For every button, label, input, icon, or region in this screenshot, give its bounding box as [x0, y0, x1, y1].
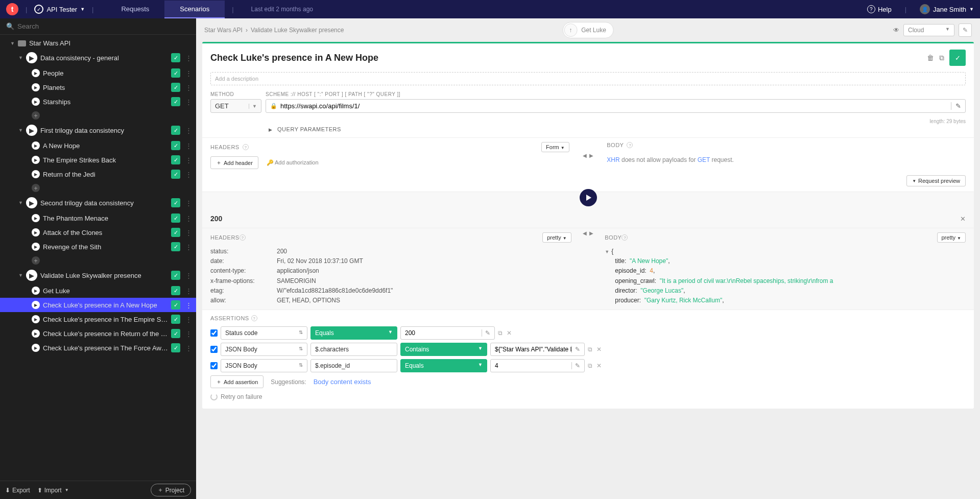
play-icon[interactable]: ▶ [32, 83, 40, 91]
save-button[interactable]: ✓ [949, 50, 966, 66]
collapse-toggle[interactable]: ◀ ▶ [580, 142, 597, 169]
more-icon[interactable]: ⋮ [185, 330, 192, 338]
remove-icon[interactable]: ✕ [596, 346, 602, 353]
play-icon[interactable]: ▶ [32, 301, 40, 309]
add-header-button[interactable]: ＋Add header [210, 156, 258, 169]
assertion-path-input[interactable]: $.episode_id [310, 359, 397, 372]
add-item-button[interactable]: ＋ [0, 254, 196, 267]
assertion-enable-checkbox[interactable] [210, 346, 218, 353]
more-icon[interactable]: ⋮ [185, 344, 192, 352]
assertion-source-select[interactable]: JSON Body⇅ [221, 359, 307, 372]
import-button[interactable]: ⬆Import▼ [37, 487, 69, 494]
more-icon[interactable]: ⋮ [185, 84, 192, 91]
assertion-path-input[interactable]: $.characters [310, 343, 397, 356]
retry-on-failure-toggle[interactable]: Retry on failure [210, 393, 966, 400]
request-preview-button[interactable]: ▼ Request preview [906, 175, 966, 186]
export-button[interactable]: ⬇Export [5, 487, 30, 494]
tree-item[interactable]: ▶Check Luke's presence in The Empire Str… [0, 312, 196, 326]
more-icon[interactable]: ⋮ [185, 215, 192, 222]
sidebar-search[interactable]: 🔍 [0, 18, 196, 35]
play-icon[interactable]: ▶ [32, 329, 40, 338]
pencil-icon[interactable]: ✎ [482, 329, 490, 337]
play-icon[interactable]: ▶ [32, 315, 40, 323]
more-icon[interactable]: ⋮ [185, 199, 192, 207]
url-edit-button[interactable]: ✎ [951, 102, 961, 110]
more-icon[interactable]: ⋮ [185, 287, 192, 295]
copy-icon[interactable]: ⧉ [498, 329, 503, 337]
pencil-icon[interactable]: ✎ [571, 346, 580, 353]
play-icon[interactable]: ▶ [32, 170, 40, 178]
copy-icon[interactable]: ⧉ [588, 362, 592, 369]
body-view-select[interactable]: pretty ▼ [937, 232, 966, 243]
play-icon[interactable]: ▶ [32, 156, 40, 164]
tree-item[interactable]: ▶Starships✓⋮ [0, 94, 196, 109]
more-icon[interactable]: ⋮ [185, 316, 192, 323]
play-icon[interactable]: ▶ [32, 69, 40, 77]
play-icon[interactable]: ▶ [32, 344, 40, 352]
more-icon[interactable]: ⋮ [185, 229, 192, 236]
tree-item[interactable]: ▶The Empire Strikes Back✓⋮ [0, 153, 196, 167]
assertion-value-input[interactable]: ✎ [400, 326, 495, 340]
tree-group[interactable]: ▼▶Validate Luke Skywalker presence✓⋮ [0, 267, 196, 283]
breadcrumb-project[interactable]: Star Wars API [204, 27, 243, 34]
more-icon[interactable]: ⋮ [185, 171, 192, 178]
info-icon[interactable]: ? [240, 234, 246, 241]
tree-item[interactable]: ▶Return of the Jedi✓⋮ [0, 167, 196, 181]
play-icon[interactable]: ▶ [32, 243, 40, 251]
more-icon[interactable]: ⋮ [185, 156, 192, 164]
tree-item[interactable]: ▶Attack of the Clones✓⋮ [0, 225, 196, 240]
assertion-value-input[interactable]: ✎ [490, 359, 585, 372]
assertion-operator-select[interactable]: Contains▼ [400, 343, 487, 356]
play-icon[interactable]: ▶ [26, 52, 37, 63]
app-logo[interactable]: t [6, 3, 18, 15]
method-select[interactable]: GET ▼ [210, 99, 261, 113]
assertion-operator-select[interactable]: Equals▼ [310, 326, 397, 340]
breadcrumb-scenario[interactable]: Validate Luke Skywalker presence [251, 27, 344, 34]
play-icon[interactable]: ▶ [32, 228, 40, 236]
query-params-toggle[interactable]: ▶ QUERY PARAMETERS [202, 124, 974, 137]
tree-item[interactable]: ▶Planets✓⋮ [0, 80, 196, 94]
play-icon[interactable]: ▶ [32, 141, 40, 150]
tree-item[interactable]: ▶A New Hope✓⋮ [0, 138, 196, 153]
tree-item[interactable]: ▶Check Luke's presence in The Force Awak… [0, 341, 196, 355]
prev-step-pill[interactable]: ↑ Get Luke [562, 22, 614, 38]
info-icon[interactable]: ? [243, 144, 249, 150]
play-icon[interactable]: ▶ [32, 214, 40, 222]
assertion-value-input[interactable]: ✎ [490, 343, 585, 356]
assertion-operator-select[interactable]: Equals▼ [400, 359, 487, 372]
more-icon[interactable]: ⋮ [185, 243, 192, 251]
url-input[interactable] [280, 102, 948, 110]
tree-item[interactable]: ▶Check Luke's presence in A New Hope✓⋮ [0, 298, 196, 312]
collapse-toggle[interactable]: ◀ ▶ [580, 228, 597, 236]
run-button[interactable] [580, 189, 597, 206]
delete-button[interactable]: 🗑 [927, 54, 934, 62]
close-response-button[interactable]: ✕ [960, 215, 966, 223]
more-icon[interactable]: ⋮ [185, 69, 192, 77]
add-project-button[interactable]: ＋Project [151, 484, 191, 496]
play-icon[interactable]: ▶ [26, 125, 37, 136]
assertion-enable-checkbox[interactable] [210, 362, 218, 369]
play-icon[interactable]: ▶ [32, 287, 40, 295]
suggestion-link[interactable]: Body content exists [314, 378, 371, 386]
assertion-source-select[interactable]: Status code⇅ [221, 326, 307, 340]
more-icon[interactable]: ⋮ [185, 301, 192, 309]
visibility-select[interactable]: Cloud ▼ [903, 24, 954, 36]
pencil-icon[interactable]: ✎ [571, 362, 580, 369]
tree-group[interactable]: ▼▶Data consistency - general✓⋮ [0, 50, 196, 66]
play-icon[interactable]: ▶ [26, 270, 37, 281]
play-icon[interactable]: ▶ [32, 98, 40, 106]
help-link[interactable]: ? Help [867, 5, 892, 13]
tree-group[interactable]: ▼▶Second trilogy data consistency✓⋮ [0, 195, 196, 211]
tree-item[interactable]: ▶Check Luke's presence in Return of the … [0, 326, 196, 341]
tab-requests[interactable]: Requests [106, 1, 164, 18]
description-input[interactable]: Add a description [210, 72, 966, 85]
tree-item[interactable]: ▶People✓⋮ [0, 66, 196, 80]
tab-scenarios[interactable]: Scenarios [164, 1, 225, 18]
headers-mode-select[interactable]: Form ▼ [541, 142, 569, 152]
add-assertion-button[interactable]: ＋Add assertion [210, 375, 264, 388]
tree-item[interactable]: ▶Get Luke✓⋮ [0, 283, 196, 298]
tree-item[interactable]: ▶Revenge of the Sith✓⋮ [0, 240, 196, 254]
assertion-source-select[interactable]: JSON Body⇅ [221, 343, 307, 356]
search-input[interactable] [17, 22, 190, 30]
tree-group[interactable]: ▼▶First trilogy data consistency✓⋮ [0, 122, 196, 138]
